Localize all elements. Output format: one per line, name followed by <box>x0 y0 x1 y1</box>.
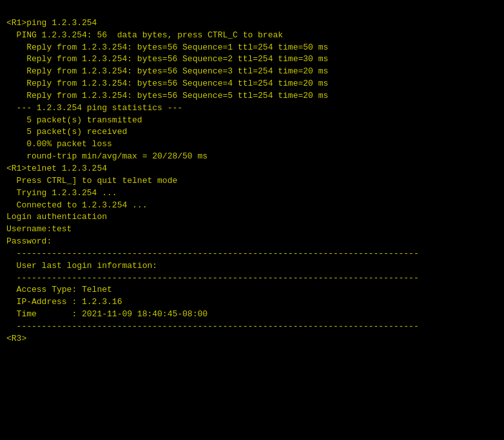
terminal-line: --- 1.2.3.254 ping statistics --- <box>6 102 498 115</box>
terminal-line: Reply from 1.2.3.254: bytes=56 Sequence=… <box>6 78 498 90</box>
terminal-line: <R1>telnet 1.2.3.254 <box>6 163 498 175</box>
terminal-line: Trying 1.2.3.254 ... <box>6 187 498 200</box>
terminal-line: PING 1.2.3.254: 56 data bytes, press CTR… <box>6 30 498 42</box>
terminal-line: ----------------------------------------… <box>6 321 498 333</box>
terminal-line: 5 packet(s) received <box>6 126 498 139</box>
terminal-line: ----------------------------------------… <box>6 273 498 285</box>
terminal-line: Password: <box>6 236 498 248</box>
terminal-line: Connected to 1.2.3.254 ... <box>6 200 498 212</box>
terminal-line: Reply from 1.2.3.254: bytes=56 Sequence=… <box>6 90 498 102</box>
terminal-line: Access Type: Telnet <box>6 284 498 296</box>
terminal-line: 5 packet(s) transmitted <box>6 115 498 127</box>
terminal-line: Press CTRL_] to quit telnet mode <box>6 175 498 187</box>
terminal-line: Username:test <box>6 224 498 236</box>
terminal-line: <R3> <box>6 333 498 345</box>
terminal-line: Time : 2021-11-09 18:40:45-08:00 <box>6 309 498 321</box>
terminal-line: 0.00% packet loss <box>6 139 498 151</box>
terminal-line: Reply from 1.2.3.254: bytes=56 Sequence=… <box>6 42 498 54</box>
terminal-line: <R1>ping 1.2.3.254 <box>6 17 498 30</box>
terminal-line: Reply from 1.2.3.254: bytes=56 Sequence=… <box>6 66 498 78</box>
terminal-line: ----------------------------------------… <box>6 248 498 260</box>
terminal-line: round-trip min/avg/max = 20/28/50 ms <box>6 151 498 163</box>
terminal-line: IP-Address : 1.2.3.16 <box>6 296 498 309</box>
terminal-window[interactable]: <R1>ping 1.2.3.254 PING 1.2.3.254: 56 da… <box>0 0 504 440</box>
terminal-line: Login authentication <box>6 211 498 224</box>
terminal-line: User last login information: <box>6 260 498 273</box>
terminal-line: Reply from 1.2.3.254: bytes=56 Sequence=… <box>6 53 498 66</box>
